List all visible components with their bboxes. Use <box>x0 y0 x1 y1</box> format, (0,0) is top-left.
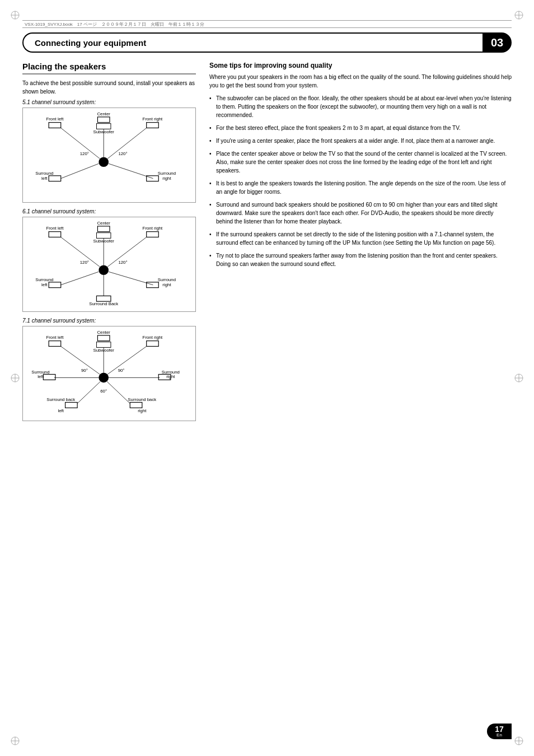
svg-text:Center: Center <box>97 113 110 116</box>
svg-text:Surround: Surround <box>35 277 53 282</box>
svg-rect-69 <box>147 341 159 347</box>
diagram-6-1-svg: Front left Center Front right Subwoofer <box>27 222 191 307</box>
tip-3: If you're using a center speaker, place … <box>209 137 512 145</box>
tip-4: Place the center speaker above or below … <box>209 150 512 175</box>
svg-text:Surround: Surround <box>158 277 176 282</box>
svg-line-80 <box>107 381 130 403</box>
svg-rect-25 <box>96 124 110 129</box>
svg-text:Surround: Surround <box>158 171 176 176</box>
diagram2-label: 6.1 channel surround system: <box>22 208 196 214</box>
svg-text:right: right <box>138 408 147 413</box>
svg-rect-67 <box>97 335 110 341</box>
svg-text:Surround: Surround <box>31 370 49 375</box>
svg-point-73 <box>99 373 109 383</box>
diagram1-label: 5.1 channel surround system: <box>22 99 196 105</box>
placing-speakers-title: Placing the speakers <box>22 62 196 74</box>
svg-line-52 <box>61 272 99 285</box>
svg-text:Front right: Front right <box>143 226 163 231</box>
svg-text:Surround back: Surround back <box>46 397 75 402</box>
svg-text:120°: 120° <box>118 151 127 156</box>
svg-rect-65 <box>49 341 61 347</box>
svg-text:Surround back: Surround back <box>128 397 156 402</box>
content-area: Placing the speakers To achieve the best… <box>22 62 512 711</box>
svg-text:Front right: Front right <box>143 116 163 122</box>
svg-text:right: right <box>162 282 171 287</box>
svg-text:120°: 120° <box>80 260 89 265</box>
tips-title: Some tips for improving sound quality <box>209 62 512 69</box>
reg-mark-bottom-left <box>10 736 20 746</box>
svg-text:Center: Center <box>97 331 110 335</box>
svg-line-30 <box>61 164 99 178</box>
svg-rect-20 <box>97 117 110 123</box>
svg-line-79 <box>77 381 100 403</box>
svg-text:left: left <box>41 176 48 181</box>
svg-rect-18 <box>49 123 61 128</box>
svg-text:right: right <box>166 374 175 379</box>
tip-6: Surround and surround back speakers shou… <box>209 200 512 226</box>
svg-rect-42 <box>97 226 110 232</box>
svg-rect-63 <box>96 296 110 301</box>
svg-text:90°: 90° <box>81 368 88 373</box>
svg-rect-34 <box>49 176 61 181</box>
svg-text:Surround Back: Surround Back <box>89 301 118 306</box>
header-bar: VSX-1019_SVYXJ.book 17 ページ ２００９年２月１７日 火曜… <box>22 20 512 28</box>
chapter-title-box: Connecting your equipment <box>22 32 483 53</box>
tip-7: If the surround speakers cannot be set d… <box>209 230 512 247</box>
svg-rect-44 <box>147 232 159 237</box>
svg-text:left: left <box>41 282 48 287</box>
svg-text:left: left <box>58 408 64 413</box>
reg-mark-top-left <box>10 10 20 20</box>
tips-intro: Where you put your speakers in the room … <box>209 73 512 90</box>
diagram-7-1: Front left Center Front right Subwoofer <box>22 326 196 421</box>
svg-text:Surround: Surround <box>162 370 180 375</box>
chapter-number: 03 <box>491 36 503 49</box>
reg-mark-bottom-right <box>514 736 524 746</box>
svg-text:Front left: Front left <box>46 335 64 340</box>
svg-text:right: right <box>162 176 171 181</box>
diagram-5-1: Front left Center Front right Subwoofer <box>22 108 196 203</box>
svg-rect-90 <box>65 402 78 408</box>
chapter-header: Connecting your equipment 03 <box>22 32 512 53</box>
svg-rect-40 <box>49 232 61 237</box>
reg-mark-mid-left <box>10 373 20 383</box>
page-language: En <box>496 733 502 738</box>
file-info: VSX-1019_SVYXJ.book 17 ページ ２００９年２月１７日 火曜… <box>25 21 204 27</box>
svg-text:Front right: Front right <box>143 335 163 340</box>
svg-rect-57 <box>49 282 61 288</box>
diagram3-label: 7.1 channel surround system: <box>22 318 196 324</box>
svg-text:60°: 60° <box>100 389 107 394</box>
left-column: Placing the speakers To achieve the best… <box>22 62 196 711</box>
svg-rect-72 <box>96 342 110 348</box>
svg-point-48 <box>99 265 109 275</box>
svg-rect-22 <box>147 123 159 128</box>
chapter-title: Connecting your equipment <box>35 38 146 48</box>
tip-1: The subwoofer can be placed on the floor… <box>209 94 512 119</box>
svg-text:Center: Center <box>97 222 110 226</box>
tip-8: Try not to place the surround speakers f… <box>209 251 512 268</box>
tips-list: The subwoofer can be placed on the floor… <box>209 94 512 268</box>
svg-rect-84 <box>43 374 55 380</box>
svg-text:90°: 90° <box>118 368 125 373</box>
svg-text:Front left: Front left <box>46 226 64 231</box>
tip-5: It is best to angle the speakers towards… <box>209 179 512 196</box>
svg-text:left: left <box>38 374 44 379</box>
page-number: 17 <box>495 725 504 733</box>
placing-speakers-intro: To achieve the best possible surround so… <box>22 79 196 96</box>
chapter-number-box: 03 <box>483 32 512 53</box>
diagram-5-1-svg: Front left Center Front right Subwoofer <box>27 113 191 198</box>
right-column: Some tips for improving sound quality Wh… <box>209 62 512 711</box>
svg-text:120°: 120° <box>80 151 89 156</box>
svg-rect-93 <box>130 402 142 408</box>
svg-rect-47 <box>96 233 110 239</box>
footer: 17 En <box>22 724 512 739</box>
svg-point-26 <box>99 157 109 167</box>
svg-text:Surround: Surround <box>35 171 53 176</box>
diagram-6-1: Front left Center Front right Subwoofer <box>22 217 196 312</box>
svg-text:120°: 120° <box>118 260 127 265</box>
reg-mark-top-right <box>514 10 524 20</box>
svg-text:Front left: Front left <box>46 116 64 122</box>
tip-2: For the best stereo effect, place the fr… <box>209 124 512 132</box>
reg-mark-mid-right <box>514 373 524 383</box>
page-number-box: 17 En <box>487 724 512 739</box>
diagram-7-1-svg: Front left Center Front right Subwoofer <box>27 331 191 416</box>
